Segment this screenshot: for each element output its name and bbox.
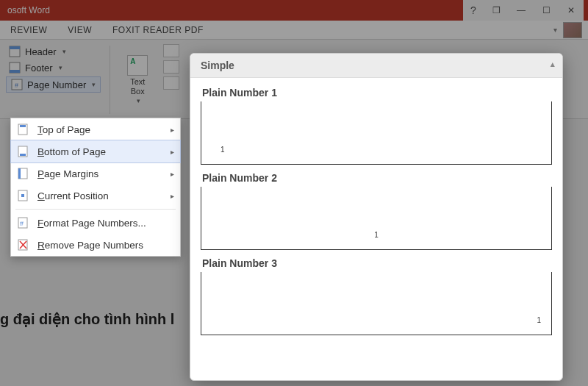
gallery-item-plain-number-1[interactable]: 1 bbox=[201, 101, 552, 165]
chevron-down-icon: ▾ bbox=[137, 97, 140, 104]
format-page-numbers-icon: # bbox=[17, 216, 30, 229]
account-dropdown-icon[interactable]: ▾ bbox=[553, 26, 557, 34]
document-text-line: g đại diện cho tình hình l bbox=[0, 310, 174, 328]
menu-label: Remove Page Numbers bbox=[37, 240, 174, 251]
top-of-page-icon bbox=[17, 123, 30, 136]
submenu-arrow-icon: ▸ bbox=[171, 192, 174, 200]
title-bar: osoft Word ? ❐ — ☐ ✕ bbox=[0, 0, 588, 21]
current-position-icon bbox=[17, 189, 30, 202]
sample-page-number: 1 bbox=[537, 316, 541, 324]
bottom-of-page-icon bbox=[17, 145, 30, 158]
quick-parts-column bbox=[163, 44, 179, 115]
menu-top-of-page[interactable]: Top of Page ▸ bbox=[11, 118, 180, 140]
text-box-label: Text Box bbox=[130, 77, 145, 95]
sample-page-number: 1 bbox=[374, 231, 379, 239]
menu-bottom-of-page[interactable]: Bottom of Page ▸ bbox=[10, 140, 181, 163]
menu-label: Format Page Numbers... bbox=[37, 218, 174, 229]
tab-view[interactable]: VIEW bbox=[57, 21, 102, 39]
remove-page-numbers-icon bbox=[17, 238, 30, 251]
menu-remove-page-numbers[interactable]: Remove Page Numbers bbox=[11, 234, 180, 256]
tab-review[interactable]: REVIEW bbox=[0, 21, 57, 39]
maximize-button[interactable]: ☐ bbox=[534, 1, 559, 19]
gallery-section-header: Simple ▴ bbox=[190, 54, 562, 78]
quick-parts-button[interactable] bbox=[163, 44, 179, 57]
menu-label: Page Margins bbox=[37, 168, 174, 179]
page-number-button[interactable]: # Page Number ▾ bbox=[6, 76, 101, 93]
menu-current-position[interactable]: Current Position ▸ bbox=[11, 185, 180, 207]
ribbon-tabs: REVIEW VIEW FOXIT READER PDF ▾ bbox=[0, 21, 588, 40]
footer-label: Footer bbox=[25, 62, 53, 74]
svg-rect-13 bbox=[21, 194, 24, 197]
svg-rect-11 bbox=[18, 168, 21, 179]
header-footer-group: Header ▾ Footer ▾ # Page Number ▾ bbox=[6, 44, 101, 115]
gallery-item-plain-number-3[interactable]: 1 bbox=[201, 272, 552, 335]
page-margins-icon bbox=[17, 167, 30, 180]
chevron-down-icon: ▾ bbox=[59, 64, 62, 71]
submenu-arrow-icon: ▸ bbox=[171, 148, 174, 156]
chevron-down-icon: ▾ bbox=[92, 81, 96, 88]
submenu-arrow-icon: ▸ bbox=[171, 126, 174, 134]
footer-icon bbox=[9, 62, 21, 74]
footer-button[interactable]: Footer ▾ bbox=[6, 60, 101, 75]
svg-rect-9 bbox=[20, 154, 26, 156]
tab-foxit[interactable]: FOXIT READER PDF bbox=[102, 21, 214, 39]
menu-page-margins[interactable]: Page Margins ▸ bbox=[11, 162, 180, 185]
gallery-item-title-1: Plain Number 1 bbox=[202, 87, 552, 99]
header-icon bbox=[9, 46, 21, 57]
help-button[interactable]: ? bbox=[463, 4, 484, 16]
menu-separator bbox=[15, 209, 176, 210]
svg-rect-1 bbox=[10, 46, 20, 49]
header-button[interactable]: Header ▾ bbox=[6, 44, 101, 59]
gallery-item-plain-number-2[interactable]: 1 bbox=[201, 187, 552, 250]
text-box-button[interactable]: Text Box ▾ bbox=[119, 44, 156, 115]
svg-rect-7 bbox=[20, 125, 26, 127]
chevron-down-icon: ▾ bbox=[62, 48, 66, 55]
sample-page-number: 1 bbox=[220, 146, 225, 154]
window-controls: ? ❐ — ☐ ✕ bbox=[463, 0, 584, 21]
minimize-button[interactable]: — bbox=[509, 1, 534, 19]
svg-text:#: # bbox=[20, 220, 24, 227]
gallery-item-title-3: Plain Number 3 bbox=[202, 257, 552, 269]
page-number-menu: Top of Page ▸ Bottom of Page ▸ Page Marg… bbox=[10, 118, 181, 257]
svg-rect-3 bbox=[10, 70, 20, 73]
menu-label: Current Position bbox=[37, 190, 174, 201]
scroll-up-icon[interactable]: ▴ bbox=[551, 60, 555, 69]
svg-text:#: # bbox=[15, 82, 18, 89]
group-separator bbox=[110, 46, 110, 114]
close-button[interactable]: ✕ bbox=[559, 1, 584, 19]
page-number-gallery: Simple ▴ Plain Number 1 1 Plain Number 2… bbox=[190, 53, 563, 381]
app-title: osoft Word bbox=[4, 5, 50, 15]
avatar[interactable] bbox=[563, 22, 582, 38]
page-number-icon: # bbox=[11, 79, 23, 90]
drop-cap-button[interactable] bbox=[163, 76, 179, 90]
gallery-item-title-2: Plain Number 2 bbox=[202, 172, 552, 184]
page-number-label: Page Number bbox=[27, 79, 86, 90]
menu-format-page-numbers[interactable]: # Format Page Numbers... bbox=[11, 212, 180, 234]
text-box-icon bbox=[127, 55, 148, 76]
menu-label: Bottom of Page bbox=[37, 146, 174, 157]
menu-label: Top of Page bbox=[37, 124, 174, 135]
wordart-button[interactable] bbox=[163, 60, 179, 74]
ribbon-display-button[interactable]: ❐ bbox=[484, 1, 509, 19]
submenu-arrow-icon: ▸ bbox=[171, 170, 174, 178]
header-label: Header bbox=[25, 46, 57, 57]
gallery-section-title: Simple bbox=[201, 60, 234, 71]
